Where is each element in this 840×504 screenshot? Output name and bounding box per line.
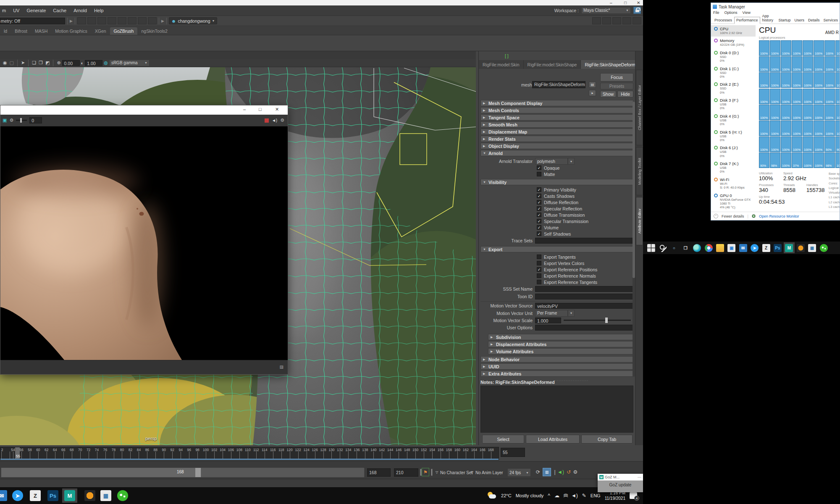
camera-icon[interactable]: ◉	[3, 60, 7, 66]
playback-button[interactable]	[605, 448, 614, 457]
ae-section-header[interactable]: ▶Volume Attributes	[488, 348, 633, 354]
tm-sidebar-item-Disk 2 (E:)[interactable]: Disk 2 (E:)SSD0%	[711, 81, 756, 96]
resize-grip-icon[interactable]: ▨	[280, 365, 284, 369]
checkbox-row[interactable]: Opaque	[480, 165, 633, 171]
tm-sidebar-item-Disk 7 (K:)[interactable]: Disk 7 (K:)USB0%	[711, 160, 756, 176]
select-tool-icon[interactable]: ➤	[21, 60, 25, 66]
ae-section-header[interactable]: ▶Object Display	[480, 143, 633, 149]
chevron-down-icon[interactable]: ▽	[434, 468, 439, 476]
progress-slider[interactable]	[16, 120, 27, 121]
maximize-icon[interactable]: □	[259, 107, 262, 112]
motion-vector-source-field[interactable]: velocityPV	[535, 303, 633, 309]
menu-item[interactable]: Generate	[26, 8, 46, 13]
connect-input-icon[interactable]: ▤	[589, 81, 596, 88]
menu-item[interactable]: Arnold	[74, 8, 87, 13]
action-center-icon[interactable]: 4	[630, 492, 637, 499]
checkbox[interactable]	[537, 261, 541, 265]
menu-item[interactable]: View	[743, 10, 751, 16]
playback-end-field[interactable]: 168	[367, 468, 391, 477]
taskbar2-button-edge[interactable]	[692, 242, 703, 253]
shelf-tab[interactable]: XGen	[91, 27, 110, 35]
focus-button[interactable]: Focus	[600, 73, 633, 81]
playblast-icon[interactable]: ↺	[565, 468, 572, 476]
checkbox[interactable]	[537, 187, 541, 192]
tm-sidebar-item-Disk 5 (H: I:)[interactable]: Disk 5 (H: I:)USB0%	[711, 129, 756, 144]
wedge-icon[interactable]: ◩	[45, 60, 50, 66]
maya-titlebar[interactable]: – □ ✕	[0, 0, 643, 5]
color-management-icon[interactable]: ◍	[104, 60, 108, 66]
gamma-field[interactable]: 1.00	[85, 60, 102, 66]
command-line-strip[interactable]	[0, 479, 643, 487]
ae-section-header[interactable]: ▶Render Stats	[480, 136, 633, 142]
toolbar-icon[interactable]	[633, 17, 641, 24]
render-image-area[interactable]	[0, 126, 288, 360]
toolbar-icon[interactable]	[138, 17, 147, 24]
checkbox-row[interactable]: Diffuse Transmission	[480, 212, 633, 218]
toolbar-icon[interactable]	[602, 17, 611, 24]
playback-button[interactable]	[614, 448, 622, 457]
taskbar2-button-movies[interactable]: ▦	[807, 242, 818, 253]
playback-range[interactable]	[1, 468, 201, 477]
checkbox-row[interactable]: Export Tangents	[480, 254, 633, 260]
tm-tab[interactable]: Users	[793, 17, 806, 24]
shelf-tab[interactable]: GoZBrush	[110, 27, 138, 35]
render-settings-gear-icon[interactable]: ⚙	[280, 118, 284, 123]
onedrive-cloud-icon[interactable]: ☁	[554, 493, 559, 499]
goz-titlebar[interactable]: M GoZ M... —	[598, 474, 643, 480]
toon-id-field[interactable]	[535, 294, 633, 299]
toolbar-icon[interactable]	[148, 17, 157, 24]
shading-icon[interactable]: ▢	[10, 60, 14, 66]
animation-end-field[interactable]: 210	[394, 468, 418, 477]
motion-vector-scale-field[interactable]: 1.000	[535, 318, 561, 323]
section-arnold[interactable]: ▼Arnold	[480, 150, 633, 156]
taskbar2-button-search[interactable]	[657, 242, 668, 253]
chevron-down-icon[interactable]: ▼	[568, 158, 575, 165]
taskbar2-button-cortana[interactable]: ○	[669, 242, 680, 253]
tray-weather-text[interactable]: Mostly cloudy	[516, 493, 544, 498]
tm-tab[interactable]: Details	[806, 17, 822, 24]
tm-sidebar-item-Disk 1 (C:)[interactable]: Disk 1 (C:)SSD0%	[711, 65, 756, 81]
region-icon[interactable]: ▣	[3, 118, 7, 123]
exposure-icon[interactable]: ⊕	[57, 60, 60, 66]
checkbox[interactable]	[537, 225, 541, 230]
checkbox[interactable]	[537, 280, 541, 284]
tm-sidebar-item-Wi-Fi[interactable]: Wi-FiWi-FiS: 0 R: 40.0 Kbps	[711, 176, 756, 192]
copy-tab-button[interactable]: Copy Tab	[581, 435, 633, 444]
ae-menu-item[interactable]	[505, 53, 509, 58]
taskbar2-button-chrome[interactable]	[703, 242, 714, 253]
checkbox[interactable]	[537, 172, 541, 176]
show-button[interactable]: Show	[600, 91, 616, 97]
toolbar-icon[interactable]	[97, 17, 106, 24]
menu-item[interactable]: File	[713, 10, 719, 16]
ae-section-header[interactable]: ▶Displacement Attributes	[488, 341, 633, 347]
playback-button[interactable]	[632, 448, 640, 457]
checkbox-row[interactable]: Volume	[480, 224, 633, 231]
open-resource-monitor-link[interactable]: Open Resource Monitor	[759, 214, 799, 218]
range-end-handle[interactable]	[195, 468, 201, 477]
tm-sidebar-item-Disk 3 (F:)[interactable]: Disk 3 (F:)USB0%	[711, 97, 756, 112]
chevron-down-icon[interactable]: ▼	[568, 310, 575, 317]
arnold-translator-dropdown[interactable]: polymesh	[535, 158, 568, 165]
tm-sidebar-item-Disk 4 (G:)[interactable]: Disk 4 (G:)USB0%	[711, 113, 756, 128]
language-indicator[interactable]: ENG	[591, 493, 601, 498]
snapshot-icon[interactable]: ❏	[32, 60, 36, 66]
tm-tab[interactable]: Processes	[713, 17, 734, 24]
maximize-icon[interactable]: □	[624, 0, 627, 5]
render-frame-field[interactable]: 0	[29, 117, 42, 123]
mesh-name-field[interactable]: RigFile:SkinShapeDeformed	[532, 81, 585, 88]
taskbar2-button-maya[interactable]: M	[784, 242, 795, 253]
close-icon[interactable]: ✕	[275, 107, 279, 112]
tab-attribute-editor[interactable]: Attribute Editor	[636, 197, 643, 245]
checkbox[interactable]	[537, 194, 541, 198]
taskbar2-button-mail[interactable]: ✉	[738, 242, 748, 253]
shelf-tab[interactable]: ld	[0, 27, 11, 35]
load-attributes-button[interactable]: Load Attributes	[526, 435, 580, 444]
checkbox[interactable]	[537, 206, 541, 211]
shelf-tab[interactable]: Bifrost	[11, 27, 31, 35]
tm-sidebar-item-GPU 0[interactable]: GPU 0NVIDIA GeForce GTX 1080 Ti4% (46 °C…	[711, 192, 756, 211]
exposure-field[interactable]: 0.00	[62, 60, 80, 66]
ae-tab[interactable]: RigFile:model:SkinShape	[524, 60, 581, 69]
tab-modeling-toolkit[interactable]: Modeling Toolkit	[636, 147, 643, 195]
tm-tab[interactable]: Performance	[734, 17, 760, 24]
tray-temperature[interactable]: 22°C	[501, 493, 512, 498]
